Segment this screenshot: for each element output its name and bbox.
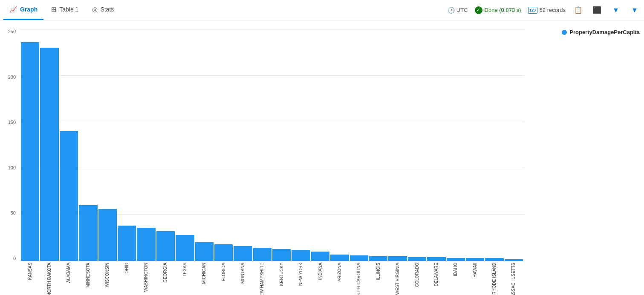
x-label: ALABAMA <box>66 263 71 283</box>
x-label: TEXAS <box>183 263 187 277</box>
y-axis: 250200150100500 <box>0 29 19 295</box>
x-label: KANSAS <box>28 263 32 280</box>
toolbar: 📈 Graph ⊞ Table 1 ◎ Stats 🕐 UTC ✓ Done (… <box>0 0 644 20</box>
x-label-wrapper: MASSACHUSETTS <box>505 261 523 295</box>
bar <box>195 242 214 261</box>
x-label: WISCONSIN <box>105 263 110 287</box>
x-label: NEW HAMPSHIRE <box>260 263 264 295</box>
graph-icon: 📈 <box>9 6 17 13</box>
x-labels: KANSASNORTH DAKOTAALABAMAMINNESOTAWISCON… <box>19 261 525 295</box>
bar-wrapper[interactable] <box>427 29 445 261</box>
check-icon: ✓ <box>475 6 482 14</box>
bar <box>234 246 252 261</box>
x-label-wrapper: WASHINGTON <box>137 261 155 292</box>
bar-wrapper[interactable] <box>195 29 214 261</box>
bar-wrapper[interactable] <box>311 29 329 261</box>
export-button[interactable]: ⬛ <box>591 4 603 16</box>
tab-table[interactable]: ⊞ Table 1 <box>45 0 84 20</box>
x-label: COLORADO <box>415 263 419 287</box>
bar-wrapper[interactable] <box>369 29 387 261</box>
bar <box>253 248 271 261</box>
bar-wrapper[interactable] <box>118 29 136 261</box>
x-label-wrapper: DELAWARE <box>427 261 445 286</box>
bar-wrapper[interactable] <box>137 29 155 261</box>
bar-wrapper[interactable] <box>485 29 503 261</box>
records-icon: 123 <box>528 7 537 14</box>
bar-wrapper[interactable] <box>214 29 233 261</box>
tab-stats-label: Stats <box>100 6 114 13</box>
bar-wrapper[interactable] <box>21 29 39 261</box>
bar-wrapper[interactable] <box>330 29 349 261</box>
x-label: MASSACHUSETTS <box>511 263 516 295</box>
bar-wrapper[interactable] <box>447 29 465 261</box>
utc-label: UTC <box>456 7 468 13</box>
x-label: FLORIDA <box>222 263 226 281</box>
clock-icon: 🕐 <box>448 7 455 14</box>
tab-graph[interactable]: 📈 Graph <box>3 0 43 20</box>
x-label-wrapper: ARIZONA <box>330 261 349 281</box>
bar-wrapper[interactable] <box>466 29 484 261</box>
x-label-wrapper: INDIANA <box>311 261 329 280</box>
bar <box>408 257 426 261</box>
bar <box>40 48 58 261</box>
bar-wrapper[interactable] <box>176 29 194 261</box>
bar-wrapper[interactable] <box>350 29 368 261</box>
bar-wrapper[interactable] <box>234 29 252 261</box>
x-label: DELAWARE <box>434 263 439 286</box>
y-axis-label: 250 <box>8 29 16 34</box>
y-axis-label: 100 <box>8 165 16 170</box>
x-label-wrapper: NEW HAMPSHIRE <box>253 261 271 295</box>
bars-area <box>19 29 525 261</box>
bar <box>21 42 39 261</box>
x-label: MINNESOTA <box>86 263 90 288</box>
x-label-wrapper: ALABAMA <box>60 261 78 283</box>
utc-badge[interactable]: 🕐 UTC <box>448 7 468 14</box>
bar-wrapper[interactable] <box>60 29 78 261</box>
x-label: INDIANA <box>318 263 323 280</box>
bar <box>60 131 78 261</box>
bar-wrapper[interactable] <box>408 29 426 261</box>
x-label-wrapper: NEW YORK <box>292 261 310 286</box>
tab-table-label: Table 1 <box>59 6 78 13</box>
bar-wrapper[interactable] <box>292 29 310 261</box>
bar-wrapper[interactable] <box>505 29 523 261</box>
x-label: IDAHO <box>453 263 458 276</box>
table-icon: ⊞ <box>51 6 57 13</box>
done-label: Done (0.873 s) <box>485 7 521 13</box>
chart-container: 250200150100500 PropertyDamagePerCapita … <box>0 20 644 295</box>
x-label: RHODE ISLAND <box>492 263 497 295</box>
tab-stats[interactable]: ◎ Stats <box>86 0 120 20</box>
x-label-wrapper: MINNESOTA <box>79 261 97 288</box>
bar-wrapper[interactable] <box>253 29 271 261</box>
legend-dot <box>562 30 567 35</box>
bar-wrapper[interactable] <box>388 29 407 261</box>
x-label: MICHIGAN <box>202 263 206 284</box>
bar-wrapper[interactable] <box>156 29 175 261</box>
x-label: MONTANA <box>241 263 245 284</box>
x-label: KENTUCKY <box>280 263 284 286</box>
bar <box>118 226 136 261</box>
bar <box>214 244 233 261</box>
x-label: ILLINOIS <box>376 263 381 280</box>
bar <box>79 205 97 261</box>
toolbar-right: 🕐 UTC ✓ Done (0.873 s) 123 52 records 📋 … <box>448 4 641 16</box>
bar <box>98 209 117 261</box>
bar-wrapper[interactable] <box>272 29 291 261</box>
x-label-wrapper: NORTH DAKOTA <box>40 261 58 295</box>
x-label-wrapper: TEXAS <box>176 261 194 277</box>
copy-button[interactable]: 📋 <box>572 4 584 16</box>
bar <box>156 231 175 261</box>
bar-wrapper[interactable] <box>79 29 97 261</box>
legend: PropertyDamagePerCapita <box>562 29 640 35</box>
more-button[interactable]: ▼ <box>629 4 641 16</box>
bar <box>427 257 445 261</box>
bar <box>388 256 407 261</box>
bar-wrapper[interactable] <box>40 29 58 261</box>
chart-inner: PropertyDamagePerCapita KANSASNORTH DAKO… <box>19 29 644 295</box>
bar-wrapper[interactable] <box>98 29 117 261</box>
expand-button[interactable]: ▼ <box>610 4 622 16</box>
bar <box>137 228 155 261</box>
bar <box>350 255 368 261</box>
x-label: GEORGIA <box>163 263 167 283</box>
bar <box>176 235 194 261</box>
